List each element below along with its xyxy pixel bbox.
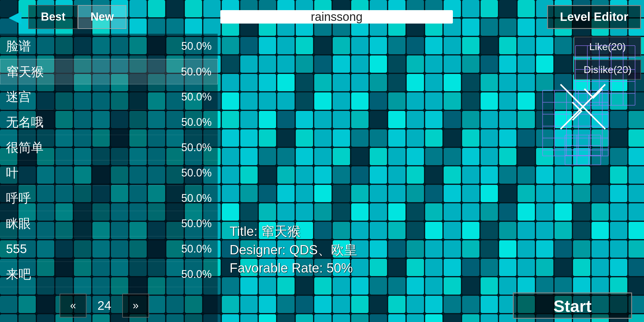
- song-item[interactable]: 脸谱 50.0%: [0, 34, 218, 59]
- editor-preview: [513, 43, 638, 168]
- song-item[interactable]: 来吧 50.0%: [0, 262, 218, 287]
- song-rate: 50.0%: [176, 192, 212, 205]
- song-title: 呼呼: [6, 190, 176, 207]
- footer: « 24 » Start: [0, 289, 644, 322]
- song-title: 迷宫: [6, 89, 176, 105]
- song-title: 555: [6, 242, 176, 256]
- search-input[interactable]: [220, 10, 453, 24]
- song-rate: 50.0%: [176, 116, 212, 129]
- song-title: 很简单: [6, 139, 176, 156]
- preview-area: Like(20) Dislike(20): [218, 34, 644, 289]
- header: ◀ Best New Level Editor: [0, 0, 644, 34]
- song-list: 脸谱 50.0% 窜天猴 50.0% 迷宫 50.0% 无名哦 50.0% 很简…: [0, 34, 218, 289]
- next-page-button[interactable]: »: [122, 294, 149, 318]
- preview-designer: Designer: QDS、欧皇: [230, 241, 357, 259]
- song-rate: 50.0%: [176, 141, 212, 154]
- song-rate: 50.0%: [176, 91, 212, 103]
- song-rate: 50.0%: [176, 167, 212, 179]
- song-item[interactable]: 很简单 50.0%: [0, 135, 218, 160]
- song-item[interactable]: 555 50.0%: [0, 236, 218, 262]
- song-item[interactable]: 叶 50.0%: [0, 160, 218, 186]
- song-title: 窜天猴: [6, 64, 176, 80]
- preview-rate: Favorable Rate: 50%: [230, 259, 357, 277]
- start-button[interactable]: Start: [513, 292, 632, 319]
- song-item[interactable]: 无名哦 50.0%: [0, 110, 218, 135]
- song-title: 眯眼: [6, 215, 176, 232]
- song-title: 叶: [6, 165, 176, 181]
- song-rate: 50.0%: [176, 66, 211, 78]
- song-rate: 50.0%: [176, 268, 212, 281]
- back-button[interactable]: ◀: [3, 5, 27, 29]
- level-editor-button[interactable]: Level Editor: [547, 5, 641, 29]
- prev-page-button[interactable]: «: [60, 294, 86, 318]
- song-title: 脸谱: [6, 38, 176, 55]
- tab-best[interactable]: Best: [28, 5, 78, 29]
- song-rate: 50.0%: [176, 217, 212, 230]
- song-item[interactable]: 呼呼 50.0%: [0, 186, 218, 211]
- song-item[interactable]: 窜天猴 50.0%: [0, 59, 218, 84]
- svg-rect-0: [575, 46, 635, 105]
- song-item[interactable]: 眯眼 50.0%: [0, 211, 218, 236]
- back-icon: ◀: [9, 8, 21, 26]
- tab-group: Best New: [28, 5, 126, 29]
- info-panel: Title: 窜天猴 Designer: QDS、欧皇 Favorable Ra…: [230, 222, 357, 277]
- pagination: « 24 »: [60, 294, 149, 318]
- song-title: 来吧: [6, 266, 176, 283]
- page-number: 24: [86, 294, 122, 318]
- preview-title: Title: 窜天猴: [230, 222, 357, 241]
- song-rate: 50.0%: [176, 243, 212, 255]
- song-title: 无名哦: [6, 114, 176, 131]
- song-rate: 50.0%: [176, 40, 212, 52]
- tab-new[interactable]: New: [78, 5, 126, 29]
- song-item[interactable]: 迷宫 50.0%: [0, 84, 218, 110]
